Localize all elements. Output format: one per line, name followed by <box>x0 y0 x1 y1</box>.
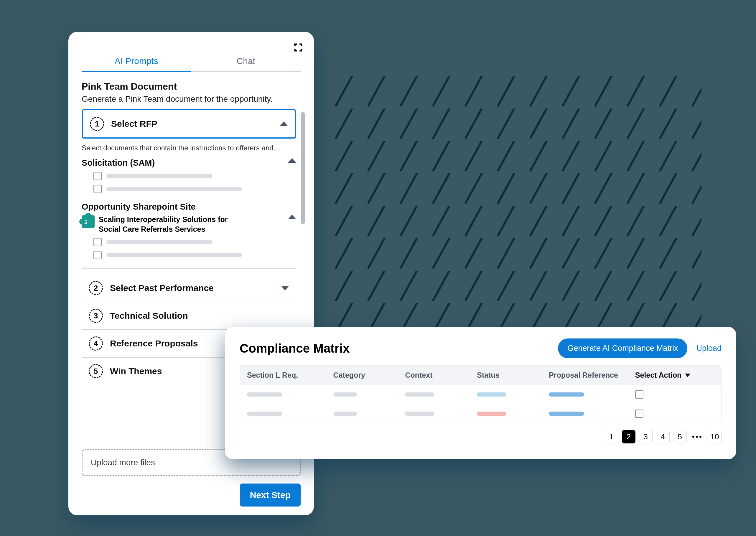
generate-matrix-button[interactable]: Generate AI Compliance Matrix <box>558 338 687 358</box>
tabs: AI Prompts Chat <box>82 56 301 72</box>
placeholder-text <box>106 187 242 191</box>
placeholder-text <box>106 240 213 244</box>
checkbox[interactable] <box>635 390 643 399</box>
col-select-action[interactable]: Select Action <box>635 371 714 380</box>
step-label: Select RFP <box>111 119 273 129</box>
page-3[interactable]: 3 <box>639 430 652 444</box>
page-description: Generate a Pink Team document for the op… <box>82 94 301 104</box>
placeholder-bar <box>333 412 357 416</box>
step-hint: Select documents that contain the instru… <box>82 144 296 152</box>
group-solicitation: Solicitation (SAM) <box>82 158 296 193</box>
step-select-rfp[interactable]: 1 Select RFP <box>82 109 296 139</box>
group-title: Opportunity Sharepoint Site <box>82 202 296 212</box>
col-section: Section L Req. <box>247 371 333 380</box>
page-4[interactable]: 4 <box>656 430 670 444</box>
placeholder-text <box>106 253 242 257</box>
doc-item[interactable] <box>93 185 296 193</box>
table-header: Section L Req. Category Context Status P… <box>240 366 721 385</box>
placeholder-bar <box>333 392 357 396</box>
step-number-5: 5 <box>89 364 103 378</box>
placeholder-bar <box>405 392 435 396</box>
ref-bar <box>549 392 584 396</box>
doc-item[interactable] <box>93 172 296 180</box>
col-status: Status <box>477 371 549 380</box>
col-category: Category <box>333 371 405 380</box>
step-technical-solution[interactable]: 3 Technical Solution <box>82 302 296 330</box>
sharepoint-icon: S <box>82 215 95 228</box>
placeholder-bar <box>247 412 282 416</box>
status-bar <box>477 412 506 416</box>
checkbox[interactable] <box>635 410 643 418</box>
status-bar <box>477 392 506 396</box>
page-title: Pink Team Document <box>82 81 301 92</box>
svg-rect-1 <box>330 76 702 327</box>
pagination-ellipsis: ••• <box>690 432 705 441</box>
table-row <box>240 385 721 404</box>
step-label: Technical Solution <box>110 311 289 321</box>
group-title: Solicitation (SAM) <box>82 158 283 168</box>
page-1[interactable]: 1 <box>605 430 618 444</box>
chevron-up-icon <box>280 121 288 126</box>
page-5[interactable]: 5 <box>673 430 687 444</box>
chevron-down-icon <box>685 374 690 377</box>
compliance-table: Section L Req. Category Context Status P… <box>240 365 721 423</box>
step-number-1: 1 <box>90 117 104 131</box>
chevron-up-icon[interactable] <box>288 158 296 163</box>
scrollbar-thumb[interactable] <box>301 112 305 224</box>
checkbox[interactable] <box>93 172 102 180</box>
col-context: Context <box>405 371 477 380</box>
step-label: Select Past Performance <box>110 283 274 293</box>
step-number-2: 2 <box>89 281 103 295</box>
table-row <box>240 404 721 423</box>
chevron-down-icon <box>281 286 289 290</box>
ref-bar <box>549 412 584 416</box>
group-sharepoint: Opportunity Sharepoint Site S Scaling In… <box>82 202 296 259</box>
pagination: 1 2 3 4 5 ••• 10 <box>240 430 721 444</box>
page-2[interactable]: 2 <box>622 430 636 444</box>
step-past-performance[interactable]: 2 Select Past Performance <box>82 275 296 302</box>
next-step-button[interactable]: Next Step <box>240 484 301 507</box>
tab-ai-prompts[interactable]: AI Prompts <box>82 56 191 71</box>
upload-link[interactable]: Upload <box>696 344 721 353</box>
checkbox[interactable] <box>93 185 102 193</box>
placeholder-text <box>106 174 213 178</box>
placeholder-bar <box>405 412 435 416</box>
decorative-hatch <box>330 76 702 327</box>
tab-chat[interactable]: Chat <box>191 56 301 71</box>
expand-icon[interactable] <box>291 41 305 54</box>
step-number-4: 4 <box>89 336 103 351</box>
doc-item[interactable] <box>93 238 296 246</box>
chevron-up-icon[interactable] <box>288 215 296 219</box>
page-10[interactable]: 10 <box>708 430 721 444</box>
compliance-matrix-panel: Compliance Matrix Generate AI Compliance… <box>225 327 736 459</box>
compliance-title: Compliance Matrix <box>240 341 549 355</box>
checkbox[interactable] <box>93 238 102 246</box>
col-proposal-reference: Proposal Reference <box>549 371 635 380</box>
doc-item[interactable] <box>93 251 296 259</box>
divider <box>82 268 296 269</box>
step-number-3: 3 <box>89 309 103 323</box>
sharepoint-site-name: Scaling Interoperability Solutions for S… <box>99 215 234 234</box>
placeholder-bar <box>247 392 282 396</box>
checkbox[interactable] <box>93 251 102 259</box>
